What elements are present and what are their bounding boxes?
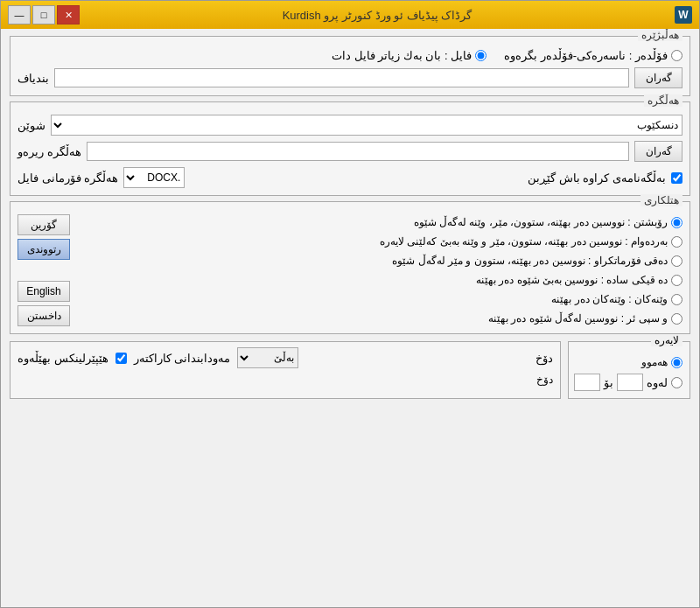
window-controls: — □ ✕ xyxy=(8,5,80,24)
operation-label-3: دە قیکی سادە : نووسین بەبێ شێوە دەر بهێن… xyxy=(476,274,668,286)
operation-radio-1[interactable] xyxy=(671,236,682,248)
operation-label-1: بەردەوام : نووسین دەر بهێنە، ستوون، مێر … xyxy=(380,235,668,248)
english-button[interactable]: English xyxy=(18,281,70,302)
minimize-button[interactable]: — xyxy=(8,5,31,24)
close-button[interactable]: ✕ xyxy=(57,5,80,24)
file-format-label: هەڵگره فۆرمانی فایل xyxy=(18,171,118,185)
all-layer-option[interactable]: هەموو xyxy=(576,354,682,370)
specific-layer-radio[interactable] xyxy=(671,377,682,388)
operation-label-0: رۆبشتن : نووسین دەر بهێنە، ستوون، مێر، و… xyxy=(414,216,668,228)
from-label: بۆ xyxy=(604,376,613,389)
operations-group-title: هتلکاری xyxy=(640,194,682,206)
layer-group-title: لایەرە xyxy=(651,334,682,346)
file-radio-item[interactable]: فایل : بان بەك زیاتر فایل دات xyxy=(332,49,486,62)
main-content: هەڵبژێره فۆڵدەر : ناسەرەکی-فۆڵدەر بگرەوە… xyxy=(1,29,699,607)
source-browse-btn[interactable]: گەران xyxy=(634,67,682,88)
bottom-section: لایەرە هەموو لەوە بۆ xyxy=(10,341,690,399)
source-group: هەڵبژێره فۆڵدەر : ناسەرەکی-فۆڵدەر بگرەوە… xyxy=(10,36,690,96)
option-4[interactable]: وێنەکان : وێنەکان دەر بهێنە xyxy=(75,291,682,307)
window-title: گرڈاک پیڈیاف ئو ورڈ کنورٹر پرو Kurdish xyxy=(283,9,472,22)
title-bar: W گرڈاک پیڈیاف ئو ورڈ کنورٹر پرو Kurdish… xyxy=(1,1,699,29)
option-2[interactable]: دەقی فۆرماتکراو : نووسین دەر بهێنە، ستوو… xyxy=(75,253,682,269)
source-path-input[interactable] xyxy=(54,68,629,87)
dox-area-label: دۆخ xyxy=(536,374,553,386)
specific-layer-label: لەوە xyxy=(647,376,668,389)
cancel-button[interactable]: رتووندی xyxy=(18,239,70,260)
char-dropdown[interactable]: بەڵێ xyxy=(237,347,298,368)
listen-label: شوێن xyxy=(18,119,46,132)
go-button[interactable]: گۆرین xyxy=(18,214,70,235)
operation-radio-4[interactable] xyxy=(671,294,682,305)
maximize-button[interactable]: □ xyxy=(32,5,55,24)
all-layer-radio[interactable] xyxy=(671,357,682,368)
output-path-label: هەڵگره ریرەو xyxy=(18,145,81,158)
app-icon: W xyxy=(675,6,692,24)
layer-to-input[interactable] xyxy=(617,374,643,391)
output-path-input[interactable] xyxy=(87,142,629,161)
operations-group: هتلکاری رۆبشتن : نووسین دەر بهێنە، ستوون… xyxy=(10,201,690,334)
layer-group: لایەرە هەموو لەوە بۆ xyxy=(568,341,690,399)
output-browse-btn[interactable]: گەران xyxy=(634,141,682,162)
browse-label: بندیاف xyxy=(18,72,49,85)
operation-label-2: دەقی فۆرماتکراو : نووسین دەر بهێنە، ستوو… xyxy=(392,255,668,267)
main-window: W گرڈاک پیڈیاف ئو ورڈ کنورٹر پرو Kurdish… xyxy=(0,0,700,608)
operation-radio-5[interactable] xyxy=(671,313,682,325)
hyperlinks-checkbox[interactable] xyxy=(116,353,127,364)
dox-label: دۆخ xyxy=(536,352,553,365)
folder-radio[interactable] xyxy=(671,50,682,61)
output-group-title: هەڵگره xyxy=(644,94,682,107)
open-checkbox-label: بەڵگەنامەی کراوە باش گێڕبن xyxy=(528,171,666,185)
folder-radio-item[interactable]: فۆڵدەر : ناسەرەکی-فۆڵدەر بگرەوە xyxy=(504,49,682,62)
option-0[interactable]: رۆبشتن : نووسین دەر بهێنە، ستوون، مێر، و… xyxy=(75,214,682,230)
source-group-title: هەڵبژێره xyxy=(638,29,682,41)
option-3[interactable]: دە قیکی سادە : نووسین بەبێ شێوە دەر بهێن… xyxy=(75,272,682,288)
operation-label-4: وێنەکان : وێنەکان دەر بهێنە xyxy=(551,293,668,305)
output-group: هەڵگره دنسكێوب شوێن گەران هەڵگره ریرەو ب… xyxy=(10,101,690,196)
file-ext-select[interactable]: .DOCX xyxy=(123,167,185,188)
hyperlinks-row: دۆخ بەڵێ مەودابندانی کاراکتەر هێپێرلینکس… xyxy=(18,347,553,368)
operations-buttons: گۆرین رتووندی English داخستن xyxy=(18,207,70,326)
all-layer-label: هەموو xyxy=(641,356,668,368)
open-checkbox[interactable] xyxy=(671,172,682,184)
close-app-button[interactable]: داخستن xyxy=(18,305,70,326)
layer-from-input[interactable] xyxy=(574,374,600,391)
dox-section: دۆخ xyxy=(18,374,553,386)
right-panel: دۆخ بەڵێ مەودابندانی کاراکتەر هێپێرلینکس… xyxy=(10,341,561,399)
char-control-label: مەودابندانی کاراکتەر xyxy=(134,352,231,365)
folder-label: فۆڵدەر : ناسەرەکی-فۆڵدەر بگرەوە xyxy=(504,49,668,62)
operation-radio-2[interactable] xyxy=(671,255,682,267)
listen-dropdown[interactable]: دنسكێوب xyxy=(51,115,682,136)
hyperlinks-label: هێپێرلینکس بهێڵەوە xyxy=(18,352,108,365)
file-radio[interactable] xyxy=(475,50,486,61)
operation-radio-3[interactable] xyxy=(671,275,682,286)
operation-radio-0[interactable] xyxy=(671,217,682,228)
file-label: فایل : بان بەك زیاتر فایل دات xyxy=(332,49,472,62)
operation-label-5: و سپی ئر : نووسین لەگەڵ شێوە دەر بهێنە xyxy=(488,312,668,325)
option-1[interactable]: بەردەوام : نووسین دەر بهێنە، ستوون، مێر … xyxy=(75,234,682,249)
operations-options: رۆبشتن : نووسین دەر بهێنە، ستوون، مێر، و… xyxy=(75,214,682,326)
option-5[interactable]: و سپی ئر : نووسین لەگەڵ شێوە دەر بهێنە xyxy=(75,311,682,326)
